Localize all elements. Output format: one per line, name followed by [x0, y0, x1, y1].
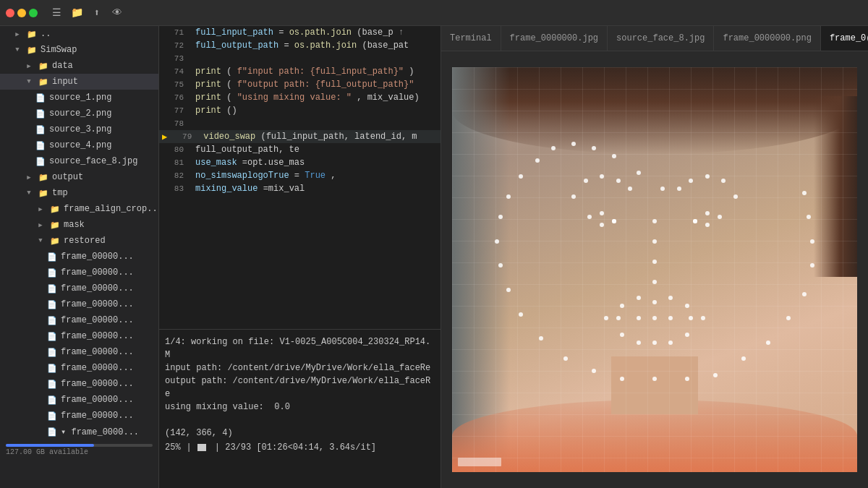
sidebar-item-frame-9[interactable]: 📄 frame_00000...: [0, 392, 158, 408]
sidebar-item-label: mask: [64, 220, 85, 230]
code-line-75: 75 print ( f"output path: {full_output_p…: [159, 78, 441, 91]
landmark-dot-58: [685, 304, 689, 308]
line-number: 82: [162, 171, 184, 180]
terminal-pane[interactable]: 1/4: working on file: V1-0025_A005C004_2…: [159, 329, 441, 488]
top-toolbar: ☰ 📁 ⬆ 👁: [0, 0, 868, 26]
landmark-dot-21: [741, 356, 746, 361]
arrow-icon: ▼: [35, 235, 46, 247]
landmark-dot-4: [571, 142, 576, 146]
landmark-dot-67: [652, 316, 657, 320]
upload-icon[interactable]: ⬆: [90, 6, 104, 20]
sidebar-item-label: frame_00000...: [61, 379, 134, 389]
file-icon: 📄: [46, 251, 58, 262]
tab-terminal[interactable]: Terminal: [441, 26, 501, 51]
sidebar-item-frame-0[interactable]: 📄 frame_00000...: [0, 249, 158, 265]
sidebar-item-mask[interactable]: ▶ 📁 mask: [0, 217, 158, 233]
landmark-dot-19: [685, 377, 689, 381]
folder-icon: 📁: [49, 235, 61, 247]
terminal-line-3: using mixing value: 0.0: [165, 401, 435, 414]
viewer-pane: Terminal frame_0000000.jpg source_face_8…: [441, 26, 868, 488]
landmark-dot-37: [721, 179, 726, 183]
tab-frame-active[interactable]: frame_0( ›: [821, 26, 868, 51]
sidebar-item-dotdot[interactable]: ▶ 📁 ..: [0, 26, 158, 42]
code-line-71: 71 full_input_path = os.path.join (base_…: [159, 26, 441, 39]
line-number: 79: [170, 132, 192, 141]
window-maximize-button[interactable]: [29, 9, 38, 17]
sidebar-item-restored[interactable]: ▼ 📁 restored: [0, 233, 158, 249]
landmark-dot-44: [600, 211, 604, 215]
active-line-arrow: ▶: [162, 132, 167, 142]
landmark-dot-11: [498, 263, 503, 267]
code-text: full_input_path = os.path.join (base_p ↑: [195, 27, 404, 38]
sidebar-item-data[interactable]: ▶ 📁 data: [0, 58, 158, 74]
folder-icon: 📁: [38, 187, 49, 199]
sidebar-item-frame-5[interactable]: 📄 frame_00000...: [0, 328, 158, 344]
sidebar-item-frame-2[interactable]: 📄 frame_00000...: [0, 281, 158, 296]
sidebar-item-frame-align[interactable]: ▶ 📁 frame_align_crop...: [0, 201, 158, 217]
storage-text: 127.00 GB available: [6, 448, 153, 456]
window-minimize-button[interactable]: [17, 9, 26, 17]
window-close-button[interactable]: [6, 9, 14, 17]
landmark-dot-41: [652, 260, 657, 264]
sidebar-item-frame-3[interactable]: 📄 frame_00000...: [0, 296, 158, 312]
code-editor[interactable]: 71 full_input_path = os.path.join (base_…: [159, 26, 441, 329]
sidebar-item-frame-4[interactable]: 📄 frame_00000...: [0, 312, 158, 328]
landmark-dot-62: [652, 341, 657, 345]
landmark-dot-16: [592, 369, 596, 373]
arrow-icon: ▶: [23, 60, 35, 72]
landmark-dot-60: [685, 333, 689, 337]
terminal-line-1: input path: /content/drive/MyDrive/Work/…: [165, 361, 435, 374]
sidebar-item-frame-1[interactable]: 📄 frame_00000...: [0, 265, 158, 281]
landmark-dot-23: [786, 316, 791, 320]
line-number: 73: [162, 54, 184, 63]
tab-frame-png[interactable]: frame_0000000.png: [714, 26, 820, 51]
sidebar-item-tmp[interactable]: ▼ 📁 tmp: [0, 185, 158, 201]
code-line-82: 82 no_simswaplogoTrue = True ,: [159, 169, 441, 182]
line-number: 71: [162, 28, 184, 37]
code-text: no_simswaplogoTrue = True ,: [195, 171, 336, 181]
landmark-dot-36: [705, 174, 710, 179]
sidebar-item-frame-11[interactable]: 📄 ▾ frame_0000...: [0, 424, 158, 440]
file-icon: 📄: [46, 299, 58, 310]
tab-frame-jpg[interactable]: frame_0000000.jpg: [501, 26, 608, 51]
editor-terminal-pane: 71 full_input_path = os.path.join (base_…: [159, 26, 441, 488]
sidebar-item-label: source_1.png: [49, 93, 111, 103]
preview-icon[interactable]: 👁: [110, 6, 124, 20]
folder-icon: 📁: [26, 44, 38, 56]
tab-label: frame_0000000.jpg: [510, 33, 598, 43]
sidebar-item-frame-10[interactable]: 📄 frame_00000...: [0, 408, 158, 424]
sidebar-item-simswap[interactable]: ▼ 📁 SimSwap: [0, 42, 158, 58]
sidebar-item-label: frame_00000...: [61, 411, 134, 421]
sidebar-item-input[interactable]: ▼ 📁 input: [0, 74, 158, 90]
landmark-dot-47: [612, 219, 616, 223]
landmark-dot-49: [705, 211, 710, 215]
landmark-dot-31: [600, 174, 604, 179]
folder-icon[interactable]: 📁: [69, 6, 84, 20]
terminal-line-5: (142, 366, 4): [165, 427, 435, 440]
file-icon: 📄: [35, 108, 46, 119]
landmark-dot-25: [810, 263, 814, 267]
tab-source-face[interactable]: source_face_8.jpg: [608, 26, 714, 51]
sidebar-item-label: input: [52, 77, 78, 87]
file-icon: 📄: [46, 378, 58, 390]
sidebar-item-label: ▾ frame_0000...: [61, 427, 139, 437]
sidebar-item-frame-6[interactable]: 📄 frame_00000...: [0, 344, 158, 360]
sidebar-item-source3[interactable]: 📄 source_3.png: [0, 121, 158, 137]
sidebar-item-source2[interactable]: 📄 source_2.png: [0, 106, 158, 121]
sidebar-item-source-face[interactable]: 📄 source_face_8.jpg: [0, 153, 158, 169]
sidebar-item-label: data: [52, 61, 73, 71]
image-viewer: [441, 51, 868, 488]
landmark-dot-1: [637, 171, 641, 175]
code-line-76: 76 print ( "using mixing value: " , mix_…: [159, 91, 441, 104]
sidebar-item-frame-7[interactable]: 📄 frame_00000...: [0, 360, 158, 376]
sidebar-item-label: frame_00000...: [61, 395, 134, 405]
sidebar-item-source4[interactable]: 📄 source_4.png: [0, 137, 158, 153]
sidebar-item-frame-8[interactable]: 📄 frame_00000...: [0, 376, 158, 392]
sidebar-item-source1[interactable]: 📄 source_1.png: [0, 90, 158, 106]
menu-icon[interactable]: ☰: [49, 6, 64, 20]
sidebar-item-output[interactable]: ▶ 📁 output: [0, 169, 158, 185]
file-icon: 📄: [46, 267, 58, 278]
file-icon: 📄: [46, 362, 58, 374]
landmark-dot-66: [637, 316, 641, 320]
face-hair-top: [452, 67, 857, 154]
